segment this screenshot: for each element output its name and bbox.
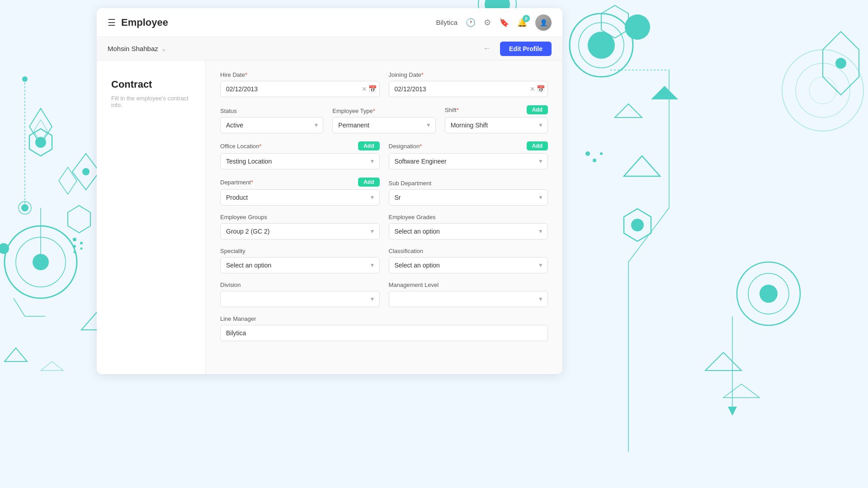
shift-add-button[interactable]: Add — [527, 105, 548, 114]
header-brand: Bilytica — [436, 19, 458, 26]
classification-label: Classification — [389, 248, 548, 254]
department-select-wrapper: Product Engineering HR Finance ▼ — [220, 189, 380, 206]
status-select[interactable]: Active Inactive — [220, 117, 323, 133]
svg-point-0 — [5, 226, 77, 298]
row-status-type-shift: Status Active Inactive ▼ Employee Type* — [220, 105, 548, 133]
hire-date-group: Hire Date* ✕ 📅 — [220, 71, 380, 97]
sub-department-select-wrapper: Sr Jr Lead ▼ — [389, 189, 548, 206]
employee-grades-label: Employee Grades — [389, 214, 548, 221]
classification-select[interactable]: Select an option Type A Type B — [389, 257, 548, 273]
division-group: Division ▼ — [220, 282, 380, 307]
app-content: Contract Fill in the employee's contract… — [97, 61, 562, 374]
designation-select[interactable]: Software Engineer Manager Director — [389, 153, 548, 169]
header-left: ☰ Employee — [108, 17, 168, 28]
svg-marker-12 — [68, 206, 90, 233]
hire-date-required: * — [245, 71, 247, 78]
svg-marker-51 — [705, 352, 741, 371]
svg-point-28 — [588, 32, 615, 59]
svg-point-35 — [631, 219, 644, 231]
office-location-group: Office Location* Add Testing Location He… — [220, 141, 380, 169]
svg-point-26 — [570, 14, 633, 77]
svg-point-36 — [585, 151, 590, 156]
department-add-button[interactable]: Add — [358, 178, 379, 187]
svg-point-43 — [782, 50, 863, 131]
edit-profile-button[interactable]: Edit Profile — [500, 42, 552, 56]
bell-icon[interactable]: 🔔 0 — [517, 18, 527, 28]
department-label-row: Department* Add — [220, 178, 380, 187]
designation-select-wrapper: Software Engineer Manager Director ▼ — [389, 153, 548, 169]
svg-line-16 — [14, 298, 25, 316]
designation-label: Designation* — [389, 143, 422, 150]
svg-point-29 — [625, 14, 650, 40]
shift-select[interactable]: Morning Shift Evening Shift Night Shift — [445, 117, 548, 133]
svg-point-6 — [82, 168, 90, 175]
avatar[interactable]: 👤 — [535, 14, 552, 31]
bookmark-icon[interactable]: 🔖 — [499, 18, 509, 28]
joining-date-clear-btn[interactable]: ✕ — [530, 85, 535, 93]
department-select[interactable]: Product Engineering HR Finance — [220, 189, 380, 206]
employee-groups-select[interactable]: Group 2 (GC 2) Group 1 (GC 1) Group 3 (G… — [220, 223, 380, 239]
svg-point-21 — [80, 242, 83, 244]
management-level-select[interactable] — [389, 291, 548, 307]
svg-point-8 — [21, 204, 28, 211]
shift-group: Shift* Add Morning Shift Evening Shift N… — [445, 105, 548, 133]
svg-marker-31 — [651, 86, 678, 99]
header-right: Bilytica 🕐 ⚙ 🔖 🔔 0 👤 — [436, 14, 552, 31]
svg-point-2 — [33, 254, 49, 270]
svg-point-20 — [74, 251, 76, 253]
svg-marker-4 — [34, 120, 47, 142]
hire-date-calendar-btn[interactable]: 📅 — [368, 85, 377, 93]
management-level-select-wrapper: ▼ — [389, 291, 548, 307]
speciality-select[interactable]: Select an option Frontend Backend Fullst… — [220, 257, 380, 273]
row-location-designation: Office Location* Add Testing Location He… — [220, 141, 548, 169]
svg-point-11 — [35, 137, 46, 148]
designation-group: Designation* Add Software Engineer Manag… — [389, 141, 548, 169]
hire-date-input[interactable] — [220, 81, 380, 97]
clock-icon[interactable]: 🕐 — [466, 18, 476, 28]
hire-date-clear-btn[interactable]: ✕ — [362, 85, 367, 93]
app-container: ☰ Employee Bilytica 🕐 ⚙ 🔖 🔔 0 👤 Mohsin S… — [97, 8, 562, 374]
employee-grades-group: Employee Grades Select an option Grade A… — [389, 214, 548, 239]
svg-line-41 — [628, 208, 669, 262]
svg-point-37 — [593, 159, 596, 162]
shift-select-wrapper: Morning Shift Evening Shift Night Shift … — [445, 117, 548, 133]
svg-marker-3 — [29, 108, 52, 145]
svg-point-45 — [809, 77, 836, 104]
svg-point-19 — [73, 245, 76, 248]
line-manager-input[interactable] — [220, 325, 548, 341]
employee-type-select[interactable]: Permanent Contract Part-time — [332, 117, 435, 133]
back-button[interactable]: ← — [483, 44, 491, 53]
status-group: Status Active Inactive ▼ — [220, 108, 323, 133]
svg-point-47 — [835, 58, 846, 69]
svg-marker-33 — [624, 156, 660, 176]
svg-point-18 — [73, 238, 76, 241]
svg-marker-10 — [29, 129, 52, 156]
joining-date-calendar-btn[interactable]: 📅 — [537, 85, 545, 93]
joining-date-input[interactable] — [389, 81, 548, 97]
shift-label: Shift* — [445, 107, 459, 113]
chevron-down-icon[interactable]: ⌄ — [161, 45, 167, 53]
breadcrumb: Mohsin Shahbaz ⌄ — [108, 45, 167, 53]
office-location-add-button[interactable]: Add — [358, 141, 379, 150]
hire-date-label: Hire Date* — [220, 71, 380, 78]
employee-type-select-wrapper: Permanent Contract Part-time ▼ — [332, 117, 435, 133]
gear-icon[interactable]: ⚙ — [484, 18, 491, 28]
designation-add-button[interactable]: Add — [527, 141, 548, 150]
management-level-group: Management Level ▼ — [389, 282, 548, 307]
employee-grades-select[interactable]: Select an option Grade A Grade B Grade C — [389, 223, 548, 239]
form-panel: Hire Date* ✕ 📅 Joining Date* ✕ — [205, 61, 562, 374]
section-subtitle: Fill in the employee's contract info. — [111, 95, 191, 108]
row-dates: Hire Date* ✕ 📅 Joining Date* ✕ — [220, 71, 548, 97]
app-header: ☰ Employee Bilytica 🕐 ⚙ 🔖 🔔 0 👤 — [97, 8, 562, 37]
sub-department-select[interactable]: Sr Jr Lead — [389, 189, 548, 206]
employee-grades-select-wrapper: Select an option Grade A Grade B Grade C… — [389, 223, 548, 239]
joining-date-group: Joining Date* ✕ 📅 — [389, 71, 548, 97]
joining-date-label: Joining Date* — [389, 71, 548, 78]
office-location-select[interactable]: Testing Location Head Office Branch Offi… — [220, 153, 380, 169]
svg-point-22 — [80, 248, 83, 250]
division-select[interactable] — [220, 291, 380, 307]
app-subheader: Mohsin Shahbaz ⌄ ← Edit Profile — [97, 37, 562, 61]
app-title: Employee — [121, 17, 168, 28]
speciality-label: Speciality — [220, 248, 380, 254]
menu-icon[interactable]: ☰ — [108, 17, 116, 28]
